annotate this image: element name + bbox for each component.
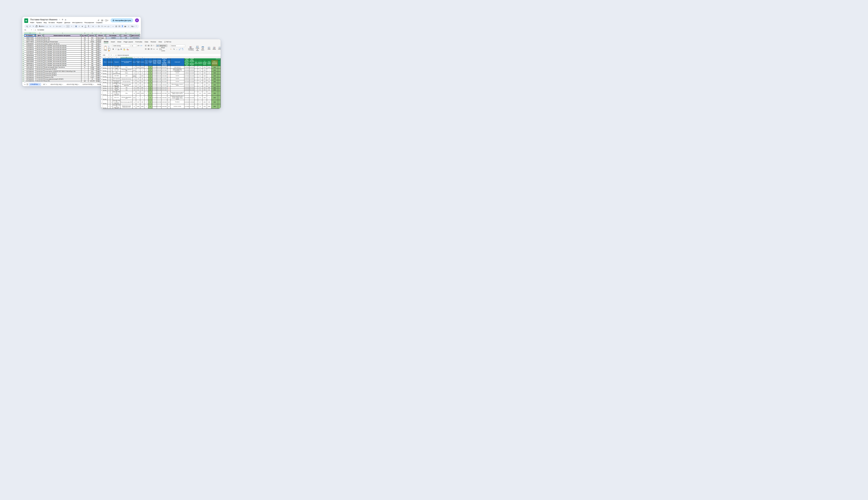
- excel-header-cell[interactable]: Остаток к поставке: [145, 58, 148, 66]
- font-size-input[interactable]: 11: [66, 25, 69, 27]
- excel-cell[interactable]: 1: [194, 95, 198, 100]
- excel-cell[interactable]: мытищи: [103, 87, 107, 89]
- excel-cell[interactable]: 1512: [140, 80, 145, 83]
- excel-row-number[interactable]: 20: [101, 77, 103, 80]
- excel-cell[interactable]: 1: [107, 104, 110, 109]
- excel-cell[interactable]: 08.08.2021: [152, 80, 157, 83]
- excel-cell[interactable]: 1275: [140, 83, 145, 87]
- cell[interactable]: 29.05.2023: [36, 43, 44, 45]
- excel-cell[interactable]: [218, 80, 221, 83]
- cell[interactable]: ПГП "ВОЛМА" пустотелая 667*500*80: [44, 45, 81, 47]
- excel-cell[interactable]: 9: [140, 95, 145, 100]
- cell[interactable]: 93729/82449: [24, 72, 36, 74]
- excel-cell[interactable]: 16.08.2021: [184, 77, 190, 80]
- excel-cell[interactable]: 1: [194, 71, 198, 74]
- table-header-cell[interactable]: Счет: [121, 34, 131, 37]
- row-header-7[interactable]: 7: [22, 47, 24, 49]
- excel-cell[interactable]: шт: [133, 83, 136, 87]
- text-wrap-icon[interactable]: ↦▼: [104, 25, 106, 27]
- excel-cell[interactable]: [218, 104, 221, 109]
- excel-cell[interactable]: 9883: [207, 87, 212, 89]
- excel-cell[interactable]: 8,0: [198, 87, 203, 89]
- excel-row-number[interactable]: 21: [101, 80, 103, 83]
- cell[interactable]: 09.06.2023: [36, 74, 44, 76]
- excel-cell[interactable]: 100%: [212, 80, 218, 83]
- move-folder-icon[interactable]: ⊕: [62, 19, 63, 21]
- excel-cell[interactable]: ООО "Стройлифтмонтаж": [113, 71, 121, 74]
- filter-icon[interactable]: [138, 35, 140, 36]
- excel-cell[interactable]: 3,9: [198, 104, 203, 109]
- excel-cell[interactable]: [218, 66, 221, 69]
- menu-Расширения[interactable]: Расширения: [84, 22, 94, 23]
- menu-Данные[interactable]: Данные: [65, 22, 70, 23]
- excel-cell[interactable]: 30.09.2021: [190, 66, 194, 69]
- ribbon-tab-Formulas[interactable]: Formulas: [135, 41, 142, 43]
- excel-cell[interactable]: 100%: [203, 104, 207, 109]
- orientation-icon[interactable]: ⤴⌄: [153, 45, 155, 46]
- excel-cell[interactable]: 100%: [212, 100, 218, 104]
- excel-col-letter[interactable]: B: [107, 57, 110, 58]
- text-color-button[interactable]: A: [84, 25, 87, 27]
- excel-cell[interactable]: СТХ (при наличии): [121, 80, 133, 83]
- cell[interactable]: 86687/76351: [24, 37, 36, 39]
- add-sheet-icon[interactable]: +: [24, 83, 26, 86]
- excel-cell[interactable]: 121011: [136, 66, 140, 69]
- excel-cell[interactable]: 22: [140, 71, 145, 74]
- excel-cell[interactable]: [170, 89, 184, 91]
- decrease-decimal-icon[interactable]: .00→0: [181, 48, 183, 50]
- excel-cell[interactable]: 0: [145, 83, 148, 87]
- enter-icon[interactable]: ✓: [113, 54, 115, 56]
- excel-cell[interactable]: 0%: [148, 74, 152, 77]
- cell[interactable]: т: [81, 76, 88, 78]
- italic-button[interactable]: I: [78, 25, 80, 27]
- cell[interactable]: м3: [81, 39, 88, 41]
- excel-header-cell[interactable]: Прогнозная/ фактическая дата поставки да…: [161, 58, 167, 66]
- excel-header-cell[interactable]: План поставки на дату: [207, 60, 212, 66]
- cell[interactable]: 129,375: [88, 80, 96, 82]
- excel-cell[interactable]: 146: [207, 77, 212, 80]
- excel-cell[interactable]: 0%: [148, 71, 152, 74]
- grow-font-icon[interactable]: A˄: [137, 45, 140, 46]
- excel-cell[interactable]: 25.01.2022: [161, 89, 167, 91]
- cell[interactable]: 13.06.2023: [36, 65, 44, 66]
- excel-header-cell[interactable]: [218, 60, 221, 66]
- menu-Правка[interactable]: Правка: [36, 22, 42, 23]
- corner-select-all[interactable]: [22, 32, 24, 34]
- conditional-formatting-button[interactable]: ConditionalFormatting: [188, 46, 194, 51]
- excel-cell[interactable]: 0: [145, 89, 148, 91]
- excel-cell[interactable]: -31: [167, 74, 170, 77]
- excel-cell[interactable]: -15: [167, 87, 170, 89]
- excel-cell[interactable]: 11.08.2021: [184, 71, 190, 74]
- cell[interactable]: 440: [88, 43, 96, 45]
- italic-button[interactable]: I: [115, 48, 117, 50]
- cell[interactable]: шт: [81, 60, 88, 62]
- table-header-cell[interactable]: № Заявки: [24, 34, 36, 37]
- excel-cell[interactable]: мытищи: [103, 89, 107, 91]
- excel-cell[interactable]: получено: [170, 71, 184, 74]
- excel-cell[interactable]: 121011: [207, 66, 212, 69]
- excel-cell[interactable]: 3,6: [198, 69, 203, 71]
- excel-cell[interactable]: 04.05.2022: [184, 83, 190, 87]
- table-header-cell[interactable]: Объект: [96, 34, 106, 37]
- excel-cell[interactable]: 1: [107, 80, 110, 83]
- cell[interactable]: 13.06.2023: [36, 58, 44, 60]
- comments-icon[interactable]: [101, 20, 103, 21]
- excel-cell[interactable]: 05.10.2021: [161, 66, 167, 69]
- excel-cell[interactable]: мытищи: [103, 71, 107, 74]
- ribbon-tab-Home[interactable]: Home: [104, 41, 108, 43]
- ribbon-tab-Review[interactable]: Review: [150, 41, 156, 43]
- excel-header-cell[interactable]: Подрядчик: [113, 58, 121, 66]
- excel-cell[interactable]: 1.1: [110, 74, 113, 77]
- excel-cell[interactable]: ООО "СДМ" ООО "Сантехвент" ООО "СК СМАРТ…: [113, 83, 121, 87]
- cell[interactable]: 500: [88, 37, 96, 39]
- filter-icon[interactable]: [87, 35, 88, 36]
- excel-cell[interactable]: ООО "ЛАЙНКРОВ" ООО "СДМ" ООО "Сантехвент…: [113, 91, 121, 95]
- collapse-toolbar-icon[interactable]: ^: [135, 25, 137, 27]
- cell[interactable]: м3: [81, 37, 88, 39]
- row-header-16[interactable]: 16: [22, 65, 24, 66]
- excel-cell[interactable]: 14.06.2021: [152, 87, 157, 89]
- excel-cell[interactable]: 0%: [148, 104, 152, 109]
- cell[interactable]: 32,4: [88, 39, 96, 41]
- excel-cell[interactable]: 622: [140, 89, 145, 91]
- fill-color-button[interactable]: [88, 25, 90, 27]
